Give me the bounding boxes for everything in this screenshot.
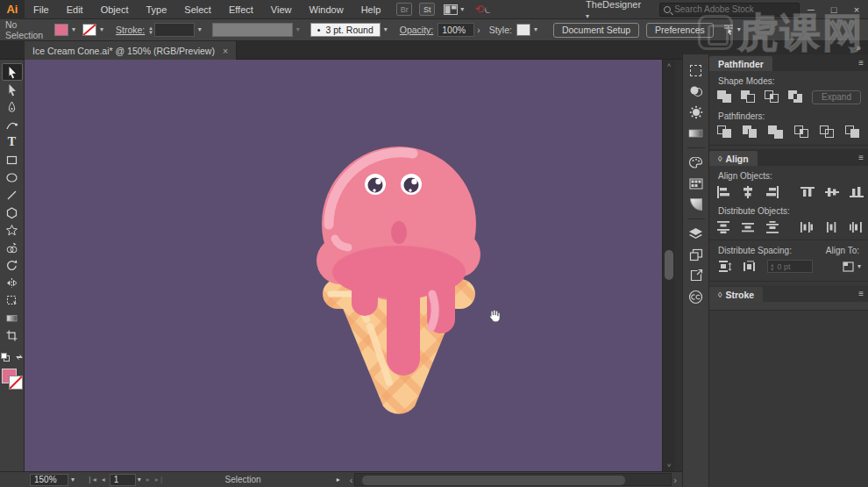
type-tool[interactable]: T <box>2 133 23 151</box>
unite-button[interactable] <box>716 90 732 104</box>
transform-panel-icon[interactable] <box>686 60 707 81</box>
pathfinder-panel-icon[interactable] <box>686 81 707 102</box>
distribute-left-button[interactable] <box>800 219 815 234</box>
exclude-button[interactable] <box>788 90 804 104</box>
maximize-button[interactable]: □ <box>822 4 845 15</box>
stroke-weight-field[interactable] <box>154 23 195 37</box>
minimize-button[interactable]: ─ <box>800 4 822 15</box>
horizontal-scrollbar[interactable] <box>354 473 672 486</box>
swap-fill-stroke-icon[interactable] <box>15 349 24 365</box>
collapse-panels-icon[interactable]: » <box>856 43 861 53</box>
tab-stroke[interactable]: ◊Stroke <box>709 287 763 302</box>
opacity-field[interactable]: 100% <box>438 23 474 37</box>
scroll-up-icon[interactable]: ˄ <box>667 60 672 69</box>
stroke-panel-icon[interactable] <box>686 194 707 215</box>
stroke-none-indicator[interactable] <box>9 376 23 390</box>
search-input[interactable] <box>674 4 795 14</box>
brushes-panel-icon[interactable] <box>686 102 707 123</box>
menu-view[interactable]: View <box>262 0 301 19</box>
rotate-tool[interactable] <box>2 256 23 274</box>
vertical-scrollbar[interactable]: ˄ ˅ <box>662 60 675 471</box>
stock-icon[interactable]: St <box>419 3 435 16</box>
stroke-weight-stepper[interactable]: ▴▾ <box>149 25 153 34</box>
minus-back-button[interactable] <box>844 125 861 140</box>
align-to-dropdown[interactable]: ▾ <box>842 261 861 273</box>
align-left-button[interactable] <box>716 184 730 199</box>
artboard-chevron-icon[interactable]: ▾ <box>138 476 141 483</box>
vertical-scroll-thumb[interactable] <box>665 250 673 280</box>
align-vmiddle-button[interactable] <box>825 184 839 199</box>
distribute-top-button[interactable] <box>716 219 730 234</box>
fill-color-swatch[interactable] <box>54 24 68 36</box>
sync-status-icon[interactable]: ⟲⏾ <box>474 3 491 16</box>
star-tool[interactable] <box>2 221 23 239</box>
status-indicator[interactable]: Selection <box>225 475 261 484</box>
artboard-number-field[interactable]: 1 <box>110 474 136 486</box>
document-setup-button[interactable]: Document Setup <box>553 23 639 38</box>
fill-chevron-icon[interactable]: ▾ <box>68 23 79 37</box>
pathfinder-menu-icon[interactable]: ≡ <box>858 58 863 68</box>
style-swatch[interactable] <box>516 24 530 36</box>
outline-button[interactable] <box>819 125 836 140</box>
first-artboard-icon[interactable]: ❘◂ <box>87 476 96 483</box>
fill-stroke-indicator[interactable] <box>1 368 24 392</box>
menu-edit[interactable]: Edit <box>58 0 92 19</box>
color-panel-icon[interactable] <box>686 152 707 173</box>
cc-libraries-panel-icon[interactable] <box>686 286 707 307</box>
zoom-level-field[interactable]: 150% <box>30 474 68 486</box>
direct-selection-tool[interactable] <box>2 81 23 98</box>
divide-button[interactable] <box>716 125 733 140</box>
workspace-switcher-icon[interactable]: ▾ <box>444 4 464 15</box>
stroke-weight-label[interactable]: Stroke: <box>116 25 145 35</box>
tab-pathfinder[interactable]: Pathfinder <box>709 56 772 71</box>
distribute-bottom-button[interactable] <box>765 219 779 234</box>
stroke-color-swatch[interactable] <box>82 24 96 36</box>
close-button[interactable]: × <box>845 4 868 15</box>
swatches-panel-icon[interactable] <box>686 173 707 194</box>
zoom-chevron-icon[interactable]: ▾ <box>71 476 75 483</box>
artboard-canvas[interactable] <box>25 60 662 471</box>
stroke-weight-chevron-icon[interactable]: ▾ <box>195 23 205 37</box>
collapse-icon[interactable]: ◊ <box>718 154 722 163</box>
align-hcenter-button[interactable] <box>741 184 755 199</box>
hscroll-left-icon[interactable]: ‹ <box>350 475 353 485</box>
gradient-panel-icon[interactable] <box>686 123 707 144</box>
scroll-down-icon[interactable]: ˅ <box>667 462 672 471</box>
minus-front-button[interactable] <box>740 90 756 104</box>
next-artboard-icon[interactable]: ▸ <box>146 476 150 483</box>
ellipse-tool[interactable] <box>2 168 23 186</box>
distribute-vcenter-button[interactable] <box>741 219 755 234</box>
stroke-chevron-icon[interactable]: ▾ <box>96 23 107 37</box>
align-bottom-button[interactable] <box>850 184 864 199</box>
menu-help[interactable]: Help <box>352 0 390 19</box>
merge-button[interactable] <box>767 125 784 140</box>
style-chevron-icon[interactable]: ▾ <box>530 23 541 37</box>
align-top-button[interactable] <box>800 184 815 199</box>
opacity-label[interactable]: Opacity: <box>400 25 434 35</box>
tab-align[interactable]: ◊Align <box>709 151 758 166</box>
free-transform-tool[interactable] <box>2 291 23 309</box>
workspace-name[interactable]: TheDesigner ▾ <box>586 0 647 20</box>
document-tab[interactable]: Ice Cream Cone.ai* @ 150% (RGB/Preview) … <box>25 41 237 60</box>
distribute-hcenter-button[interactable] <box>825 219 839 234</box>
menu-select[interactable]: Select <box>175 0 220 19</box>
bridge-icon[interactable]: Br <box>396 3 412 16</box>
export-panel-icon[interactable] <box>686 265 707 286</box>
polygon-tool[interactable] <box>2 204 23 221</box>
curvature-tool[interactable] <box>2 116 23 133</box>
rectangle-tool[interactable] <box>2 151 23 168</box>
line-segment-tool[interactable] <box>2 186 23 204</box>
collapse-icon[interactable]: ◊ <box>718 290 722 299</box>
pen-tool[interactable] <box>2 98 23 116</box>
gradient-tool[interactable] <box>2 309 23 326</box>
layers-panel-icon[interactable] <box>686 223 707 244</box>
trim-button[interactable] <box>742 125 758 140</box>
menu-file[interactable]: File <box>25 0 58 19</box>
crop-button[interactable] <box>793 125 810 140</box>
default-fill-stroke-icon[interactable] <box>1 349 10 365</box>
reflect-tool[interactable] <box>2 274 23 291</box>
stroke-menu-icon[interactable]: ≡ <box>858 289 863 298</box>
tab-close-icon[interactable]: × <box>223 46 228 56</box>
align-menu-icon[interactable]: ≡ <box>858 153 863 162</box>
previous-artboard-icon[interactable]: ◂ <box>102 476 105 483</box>
